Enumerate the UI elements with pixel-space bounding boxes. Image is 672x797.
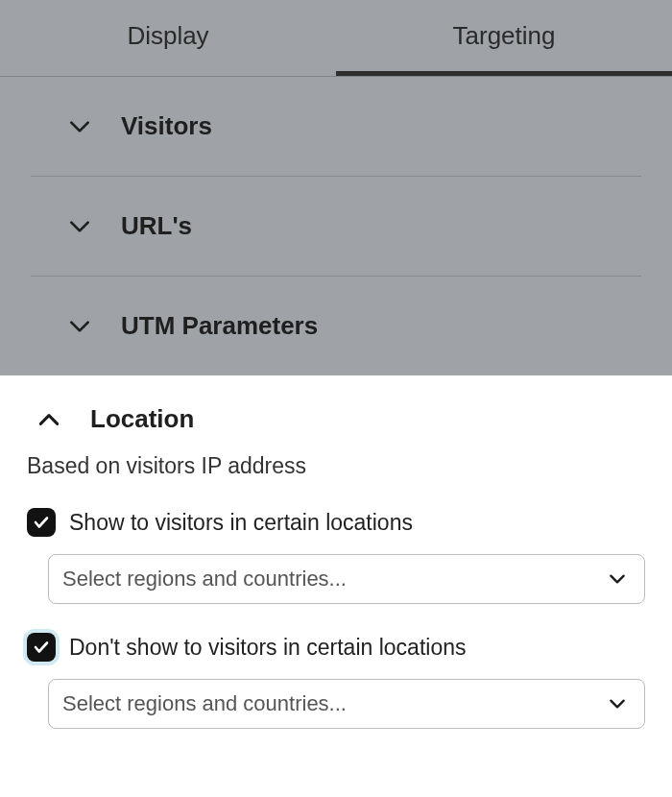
tab-display[interactable]: Display	[0, 0, 336, 76]
tab-targeting-label: Targeting	[453, 21, 556, 50]
accordion-location-panel: Location Based on visitors IP address Sh…	[0, 375, 672, 758]
accordion-location-label: Location	[90, 404, 194, 434]
chevron-down-icon	[608, 694, 627, 713]
accordion-visitors-label: Visitors	[121, 111, 212, 141]
tabs-bar: Display Targeting	[0, 0, 672, 77]
show-option-row: Show to visitors in certain locations	[27, 508, 645, 537]
show-option-checkbox[interactable]	[27, 508, 56, 537]
tab-targeting[interactable]: Targeting	[336, 0, 672, 76]
accordion-utm[interactable]: UTM Parameters	[31, 277, 641, 375]
chevron-down-icon	[608, 569, 627, 589]
hide-option-checkbox[interactable]	[27, 633, 56, 662]
accordion-urls[interactable]: URL's	[31, 177, 641, 277]
accordion-utm-label: UTM Parameters	[121, 311, 318, 341]
location-subtitle: Based on visitors IP address	[27, 453, 645, 479]
tab-display-label: Display	[127, 21, 208, 50]
accordion-visitors[interactable]: Visitors	[31, 77, 641, 177]
show-option-select[interactable]: Select regions and countries...	[48, 554, 645, 604]
show-select-placeholder: Select regions and countries...	[62, 567, 347, 592]
accordion-urls-label: URL's	[121, 211, 192, 241]
hide-option-select[interactable]: Select regions and countries...	[48, 679, 645, 729]
check-icon	[33, 514, 50, 531]
show-option-label[interactable]: Show to visitors in certain locations	[69, 510, 413, 536]
accordion-location-header[interactable]: Location	[0, 375, 672, 453]
chevron-up-icon	[36, 407, 61, 432]
chevron-down-icon	[67, 214, 92, 239]
hide-select-placeholder: Select regions and countries...	[62, 691, 347, 716]
hide-option-label[interactable]: Don't show to visitors in certain locati…	[69, 635, 466, 661]
chevron-down-icon	[67, 114, 92, 139]
check-icon	[33, 639, 50, 656]
hide-option-row: Don't show to visitors in certain locati…	[27, 633, 645, 662]
chevron-down-icon	[67, 314, 92, 339]
